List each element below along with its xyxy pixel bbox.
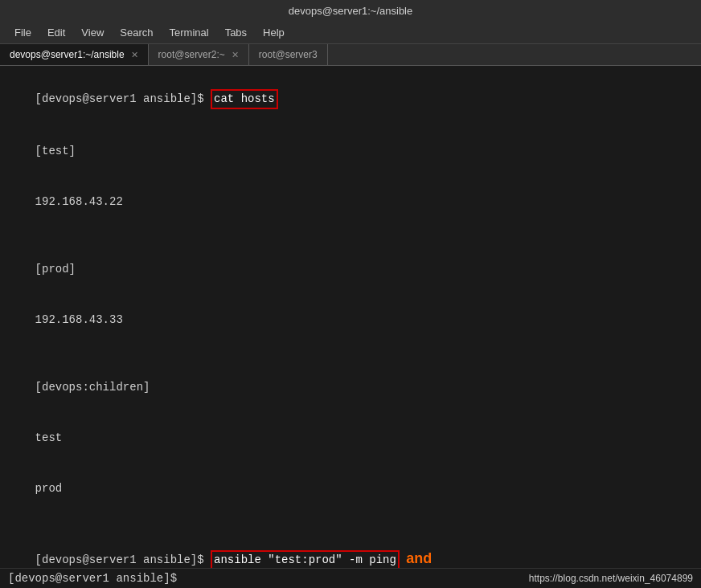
and-label: and	[406, 550, 432, 566]
line-ip-test: 192.168.43.22	[8, 177, 693, 227]
menu-view[interactable]: View	[73, 25, 112, 40]
line-test-group: [test]	[8, 126, 693, 177]
title-bar: devops@server1:~/ansible	[0, 0, 701, 22]
tab-close-0[interactable]: ✕	[131, 50, 138, 60]
tab-label-1: root@server2:~	[158, 49, 225, 60]
tab-devops-server1[interactable]: devops@server1:~/ansible ✕	[0, 44, 149, 65]
menu-edit[interactable]: Edit	[39, 25, 73, 40]
tab-bar: devops@server1:~/ansible ✕ root@server2:…	[0, 44, 701, 66]
line-blank-1	[8, 227, 693, 244]
menu-tabs[interactable]: Tabs	[217, 25, 255, 40]
line-ip-prod: 192.168.43.33	[8, 295, 693, 345]
line-devops-children: [devops:children]	[8, 362, 693, 413]
tab-root-server2[interactable]: root@server2:~ ✕	[149, 44, 249, 65]
line-child-prod: prod	[8, 463, 693, 514]
menu-help[interactable]: Help	[255, 25, 293, 40]
menu-terminal[interactable]: Terminal	[162, 25, 217, 40]
status-bar: [devops@server1 ansible]$ https://blog.c…	[0, 568, 701, 588]
line-prod-group: [prod]	[8, 244, 693, 295]
cmd-cat-hosts: cat hosts	[211, 89, 278, 109]
tab-root-server3[interactable]: root@server3	[249, 44, 328, 65]
terminal-area: [devops@server1 ansible]$ cat hosts [tes…	[0, 66, 701, 568]
menu-bar: File Edit View Search Terminal Tabs Help	[0, 22, 701, 44]
tab-label-2: root@server3	[259, 49, 318, 60]
line-child-test: test	[8, 413, 693, 463]
tab-close-1[interactable]: ✕	[232, 50, 239, 60]
cmd-ansible-ping: ansible "test:prod" -m ping	[211, 550, 400, 568]
title-text: devops@server1:~/ansible	[289, 5, 412, 17]
prompt-2: [devops@server1 ansible]$	[35, 553, 211, 566]
prompt-1: [devops@server1 ansible]$	[35, 92, 211, 105]
line-blank-3	[8, 514, 693, 531]
line-blank-2	[8, 345, 693, 362]
tab-label-0: devops@server1:~/ansible	[10, 49, 125, 60]
line-ansible-cmd: [devops@server1 ansible]$ ansible "test:…	[8, 531, 693, 568]
menu-file[interactable]: File	[6, 25, 39, 40]
line-cat-hosts: [devops@server1 ansible]$ cat hosts	[8, 72, 693, 126]
status-prompt: [devops@server1 ansible]$	[8, 572, 177, 585]
status-url: https://blog.csdn.net/weixin_46074899	[529, 573, 693, 584]
menu-search[interactable]: Search	[112, 25, 161, 40]
